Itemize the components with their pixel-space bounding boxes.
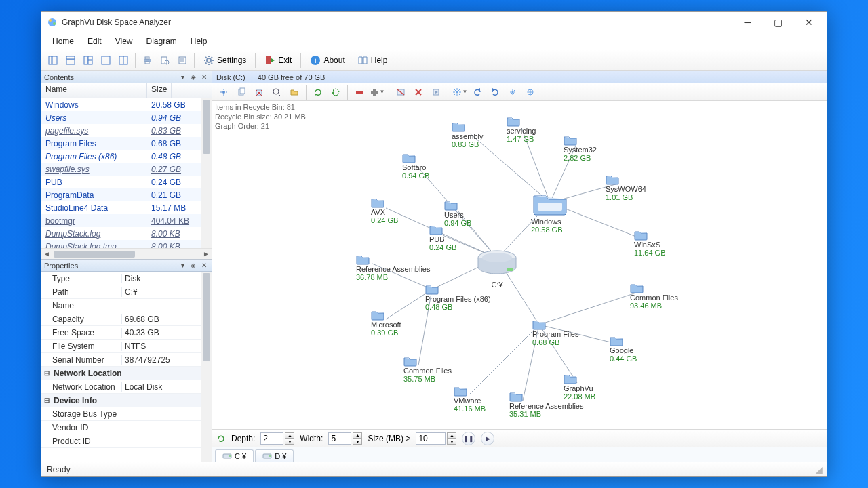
layout-4-button[interactable] bbox=[98, 52, 114, 68]
table-row[interactable]: PUB0.24 GB bbox=[41, 176, 212, 188]
print-preview-button[interactable] bbox=[157, 52, 173, 68]
layout-5-button[interactable] bbox=[115, 52, 132, 68]
play-button[interactable]: ▶ bbox=[481, 432, 494, 445]
menu-diagram[interactable]: Diagram bbox=[140, 35, 184, 47]
table-row[interactable]: DumpStack.log.tmp8.00 KB bbox=[41, 240, 212, 248]
table-row[interactable]: StudioLine4 Data15.17 MB bbox=[41, 201, 212, 214]
width-step-down[interactable]: ▼ bbox=[353, 439, 362, 445]
table-row[interactable]: Users0.94 GB bbox=[41, 111, 212, 124]
table-row[interactable]: Program Files0.68 GB bbox=[41, 137, 212, 150]
tool-collapse-icon[interactable] bbox=[351, 84, 368, 100]
size-step-down[interactable]: ▼ bbox=[447, 439, 456, 445]
depth-step-up[interactable]: ▲ bbox=[285, 432, 294, 439]
table-row[interactable]: bootmgr404.04 KB bbox=[41, 214, 212, 227]
width-input[interactable] bbox=[328, 432, 351, 445]
layout-2-button[interactable] bbox=[62, 52, 79, 68]
tool-restore-icon[interactable] bbox=[428, 84, 444, 100]
menubar: Home Edit View Diagram Help bbox=[41, 33, 827, 49]
svg-line-85 bbox=[458, 211, 497, 258]
properties-close-icon[interactable]: ✕ bbox=[199, 261, 209, 270]
pause-button[interactable]: ❚❚ bbox=[462, 432, 475, 445]
menu-home[interactable]: Home bbox=[45, 35, 81, 47]
table-row[interactable]: pagefile.sys0.83 GB bbox=[41, 124, 212, 137]
menu-edit[interactable]: Edit bbox=[81, 35, 108, 47]
menu-help[interactable]: Help bbox=[184, 35, 214, 47]
property-group[interactable]: ⊟Network Location bbox=[41, 367, 212, 380]
main-toolbar: Settings Exit iAbout Help bbox=[41, 49, 827, 71]
property-row[interactable]: Vendor ID bbox=[41, 421, 212, 434]
width-step-up[interactable]: ▲ bbox=[353, 432, 362, 439]
tool-layout-icon[interactable]: ▼ bbox=[452, 84, 468, 100]
tool-open-icon[interactable] bbox=[286, 84, 302, 100]
contents-dropdown-icon[interactable]: ▾ bbox=[178, 73, 187, 82]
diagram-canvas[interactable]: Items in Recycle Bin: 81 Recycle Bin siz… bbox=[212, 101, 827, 429]
svg-line-81 bbox=[550, 184, 618, 203]
maximize-button[interactable]: ▢ bbox=[763, 13, 793, 32]
tool-hide-icon[interactable] bbox=[393, 84, 409, 100]
contents-pane: Contents ▾ ◈ ✕ Name Size Windows20.58 GB… bbox=[41, 71, 212, 260]
property-row[interactable]: Product ID bbox=[41, 434, 212, 448]
tool-refresh-icon[interactable] bbox=[310, 84, 326, 100]
property-row[interactable]: Name bbox=[41, 299, 212, 312]
tool-expand-icon[interactable]: ▼ bbox=[369, 84, 385, 100]
contents-scrollbar-v[interactable] bbox=[201, 98, 212, 248]
svg-line-83 bbox=[416, 165, 497, 258]
menu-view[interactable]: View bbox=[108, 35, 140, 47]
close-button[interactable]: ✕ bbox=[793, 13, 824, 32]
tool-refresh-all-icon[interactable] bbox=[328, 84, 344, 100]
resize-grip-icon[interactable]: ◢ bbox=[815, 464, 821, 475]
tool-redo-icon[interactable] bbox=[487, 84, 503, 100]
tool-configure-icon[interactable] bbox=[216, 84, 232, 100]
col-size[interactable]: Size bbox=[147, 83, 172, 98]
svg-rect-41 bbox=[240, 88, 245, 94]
size-step-up[interactable]: ▲ bbox=[447, 432, 456, 439]
properties-scrollbar-v[interactable] bbox=[201, 272, 212, 462]
properties-pin-icon[interactable]: ◈ bbox=[189, 261, 198, 270]
contents-table[interactable]: Windows20.58 GBUsers0.94 GBpagefile.sys0… bbox=[41, 98, 212, 248]
tool-zoom-out-icon[interactable] bbox=[522, 84, 538, 100]
about-button[interactable]: iAbout bbox=[304, 52, 351, 68]
svg-rect-10 bbox=[102, 56, 110, 64]
titlebar: GraphVu Disk Space Analyzer ─ ▢ ✕ bbox=[41, 12, 827, 33]
drive-tab-d[interactable]: D:¥ bbox=[255, 449, 294, 462]
properties-dropdown-icon[interactable]: ▾ bbox=[178, 261, 187, 270]
col-name[interactable]: Name bbox=[41, 83, 147, 98]
properties-grid[interactable]: TypeDiskPathC:¥NameCapacity69.68 GBFree … bbox=[41, 272, 212, 462]
property-row[interactable]: Free Space40.33 GB bbox=[41, 326, 212, 340]
layout-3-button[interactable] bbox=[80, 52, 96, 68]
tool-find-icon[interactable] bbox=[269, 84, 285, 100]
property-row[interactable]: Serial Number3874792725 bbox=[41, 353, 212, 367]
property-row[interactable]: File SystemNTFS bbox=[41, 340, 212, 353]
contents-pin-icon[interactable]: ◈ bbox=[189, 73, 198, 82]
property-row[interactable]: PathC:¥ bbox=[41, 285, 212, 299]
tool-remove-icon[interactable] bbox=[410, 84, 427, 100]
tool-zoom-in-icon[interactable] bbox=[505, 84, 521, 100]
layout-1-button[interactable] bbox=[45, 52, 61, 68]
property-row[interactable]: Network LocationLocal Disk bbox=[41, 380, 212, 394]
help-button[interactable]: Help bbox=[351, 52, 394, 68]
property-group[interactable]: ⊟Device Info bbox=[41, 394, 212, 407]
tool-delete-icon[interactable] bbox=[251, 84, 267, 100]
exit-button[interactable]: Exit bbox=[258, 52, 298, 68]
depth-input[interactable] bbox=[260, 432, 283, 445]
table-row[interactable]: ProgramData0.21 GB bbox=[41, 188, 212, 201]
contents-close-icon[interactable]: ✕ bbox=[199, 73, 209, 82]
table-row[interactable]: Windows20.58 GB bbox=[41, 98, 212, 111]
depth-step-down[interactable]: ▼ bbox=[285, 439, 294, 445]
table-row[interactable]: DumpStack.log8.00 KB bbox=[41, 227, 212, 240]
property-row[interactable]: Capacity69.68 GB bbox=[41, 312, 212, 326]
minimize-button[interactable]: ─ bbox=[732, 13, 763, 32]
property-row[interactable]: TypeDisk bbox=[41, 272, 212, 285]
refresh-diagram-icon[interactable] bbox=[216, 434, 226, 443]
size-input[interactable] bbox=[416, 432, 446, 445]
settings-button[interactable]: Settings bbox=[197, 52, 252, 68]
table-row[interactable]: swapfile.sys0.27 GB bbox=[41, 163, 212, 176]
print-button[interactable] bbox=[139, 52, 155, 68]
contents-scrollbar-h[interactable]: ◄► bbox=[41, 248, 212, 259]
tool-undo-icon[interactable] bbox=[469, 84, 486, 100]
print-setup-button[interactable] bbox=[174, 52, 191, 68]
table-row[interactable]: Program Files (x86)0.48 GB bbox=[41, 150, 212, 163]
tool-copy-icon[interactable] bbox=[233, 84, 250, 100]
property-row[interactable]: Storage Bus Type bbox=[41, 407, 212, 421]
drive-tab-c[interactable]: C:¥ bbox=[215, 449, 254, 462]
